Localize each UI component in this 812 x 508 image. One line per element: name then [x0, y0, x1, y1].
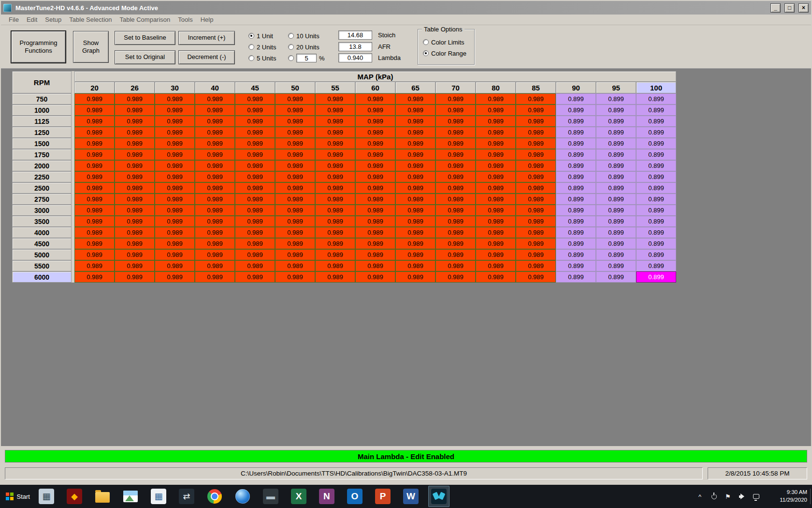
cell-r4000-c40[interactable]: 0.989	[195, 227, 235, 238]
cell-r1125-c90[interactable]: 0.899	[556, 116, 596, 127]
cell-r1250-c95[interactable]: 0.899	[596, 127, 636, 138]
cell-r3000-c90[interactable]: 0.899	[556, 205, 596, 216]
color-range-radio[interactable]: Color Range	[423, 49, 466, 57]
cell-r4000-c100[interactable]: 0.899	[636, 227, 676, 238]
cell-r1000-c60[interactable]: 0.989	[355, 105, 395, 116]
cell-r750-c40[interactable]: 0.989	[195, 93, 235, 105]
column-header-95[interactable]: 95	[596, 82, 636, 93]
cell-r4000-c65[interactable]: 0.989	[395, 227, 435, 238]
cell-r4000-c20[interactable]: 0.989	[74, 227, 115, 238]
cell-r5000-c85[interactable]: 0.989	[516, 249, 556, 260]
cell-r5500-c40[interactable]: 0.989	[195, 260, 235, 271]
cell-r3000-c55[interactable]: 0.989	[315, 205, 355, 216]
cell-r5000-c45[interactable]: 0.989	[235, 249, 275, 260]
cell-r1000-c40[interactable]: 0.989	[195, 105, 235, 116]
row-header-3500[interactable]: 3500	[12, 216, 72, 227]
cell-r5500-c85[interactable]: 0.989	[516, 260, 556, 271]
cell-r5000-c100[interactable]: 0.899	[636, 249, 676, 260]
cell-r1125-c60[interactable]: 0.989	[355, 116, 395, 127]
cell-r4000-c60[interactable]: 0.989	[355, 227, 395, 238]
cell-r750-c95[interactable]: 0.899	[596, 93, 636, 105]
cell-r6000-c20[interactable]: 0.989	[74, 271, 115, 283]
excel-icon[interactable]: X	[288, 486, 309, 507]
cell-r5000-c20[interactable]: 0.989	[74, 249, 115, 260]
cell-r3500-c45[interactable]: 0.989	[235, 216, 275, 227]
cell-r4500-c85[interactable]: 0.989	[516, 238, 556, 249]
cell-r5500-c30[interactable]: 0.989	[155, 260, 195, 271]
cell-r5000-c65[interactable]: 0.989	[395, 249, 435, 260]
cell-r4000-c26[interactable]: 0.989	[115, 227, 155, 238]
column-header-65[interactable]: 65	[395, 82, 435, 93]
cell-r2750-c80[interactable]: 0.989	[476, 194, 516, 205]
menu-item-table-comparison[interactable]: Table Comparison	[116, 15, 174, 24]
cell-r2750-c60[interactable]: 0.989	[355, 194, 395, 205]
onenote-icon[interactable]: N	[316, 486, 337, 507]
cell-r1250-c55[interactable]: 0.989	[315, 127, 355, 138]
cell-r3500-c90[interactable]: 0.899	[556, 216, 596, 227]
row-header-4500[interactable]: 4500	[12, 238, 72, 249]
cell-r2500-c100[interactable]: 0.899	[636, 182, 676, 194]
cell-r2750-c100[interactable]: 0.899	[636, 194, 676, 205]
calculator-icon[interactable]: ▦	[36, 486, 57, 507]
cell-r5000-c50[interactable]: 0.989	[275, 249, 315, 260]
cell-r2500-c90[interactable]: 0.899	[556, 182, 596, 194]
cell-r1000-c45[interactable]: 0.989	[235, 105, 275, 116]
cell-r1125-c65[interactable]: 0.989	[395, 116, 435, 127]
cell-r1750-c90[interactable]: 0.899	[556, 149, 596, 160]
folder-icon[interactable]	[92, 486, 113, 507]
cell-r1125-c55[interactable]: 0.989	[315, 116, 355, 127]
cell-r5000-c55[interactable]: 0.989	[315, 249, 355, 260]
row-header-5500[interactable]: 5500	[12, 260, 72, 271]
row-header-2750[interactable]: 2750	[12, 194, 72, 205]
row-header-1750[interactable]: 1750	[12, 149, 72, 160]
cell-r5500-c60[interactable]: 0.989	[355, 260, 395, 271]
cell-r1000-c65[interactable]: 0.989	[395, 105, 435, 116]
cell-r2000-c70[interactable]: 0.989	[435, 160, 476, 171]
cell-r1125-c80[interactable]: 0.989	[476, 116, 516, 127]
row-header-1125[interactable]: 1125	[12, 116, 72, 127]
cell-r1125-c26[interactable]: 0.989	[115, 116, 155, 127]
cell-r750-c60[interactable]: 0.989	[355, 93, 395, 105]
cell-r1250-c50[interactable]: 0.989	[275, 127, 315, 138]
cell-r5000-c40[interactable]: 0.989	[195, 249, 235, 260]
cell-r2750-c85[interactable]: 0.989	[516, 194, 556, 205]
cell-r1250-c45[interactable]: 0.989	[235, 127, 275, 138]
column-header-100[interactable]: 100	[636, 82, 676, 93]
cell-r750-c100[interactable]: 0.899	[636, 93, 676, 105]
cell-r1750-c26[interactable]: 0.989	[115, 149, 155, 160]
cell-r3000-c50[interactable]: 0.989	[275, 205, 315, 216]
cell-r4500-c65[interactable]: 0.989	[395, 238, 435, 249]
cell-r5000-c80[interactable]: 0.989	[476, 249, 516, 260]
cell-r2500-c50[interactable]: 0.989	[275, 182, 315, 194]
menu-item-setup[interactable]: Setup	[41, 15, 65, 24]
cell-r5000-c70[interactable]: 0.989	[435, 249, 476, 260]
cell-r1000-c50[interactable]: 0.989	[275, 105, 315, 116]
cell-r5500-c45[interactable]: 0.989	[235, 260, 275, 271]
cell-r1500-c80[interactable]: 0.989	[476, 138, 516, 149]
cell-r1125-c40[interactable]: 0.989	[195, 116, 235, 127]
cell-r2250-c80[interactable]: 0.989	[476, 171, 516, 182]
percent-input[interactable]	[296, 54, 317, 62]
cell-r1250-c65[interactable]: 0.989	[395, 127, 435, 138]
cell-r750-c50[interactable]: 0.989	[275, 93, 315, 105]
cell-r5500-c100[interactable]: 0.899	[636, 260, 676, 271]
cell-r1250-c100[interactable]: 0.899	[636, 127, 676, 138]
cell-r4500-c80[interactable]: 0.989	[476, 238, 516, 249]
cell-r5000-c60[interactable]: 0.989	[355, 249, 395, 260]
cell-r3500-c85[interactable]: 0.989	[516, 216, 556, 227]
stoich-input[interactable]	[338, 30, 372, 40]
cell-r2000-c85[interactable]: 0.989	[516, 160, 556, 171]
row-header-2500[interactable]: 2500	[12, 182, 72, 194]
cell-r1250-c40[interactable]: 0.989	[195, 127, 235, 138]
row-header-2250[interactable]: 2250	[12, 171, 72, 182]
row-header-4000[interactable]: 4000	[12, 227, 72, 238]
column-header-55[interactable]: 55	[315, 82, 355, 93]
cell-r3000-c45[interactable]: 0.989	[235, 205, 275, 216]
cell-r1750-c30[interactable]: 0.989	[155, 149, 195, 160]
cell-r2250-c40[interactable]: 0.989	[195, 171, 235, 182]
cell-r2250-c90[interactable]: 0.899	[556, 171, 596, 182]
cell-r1500-c40[interactable]: 0.989	[195, 138, 235, 149]
cell-r1000-c95[interactable]: 0.899	[596, 105, 636, 116]
unit-radio-1-unit[interactable]: 1 Unit	[248, 32, 273, 40]
cell-r3500-c60[interactable]: 0.989	[355, 216, 395, 227]
